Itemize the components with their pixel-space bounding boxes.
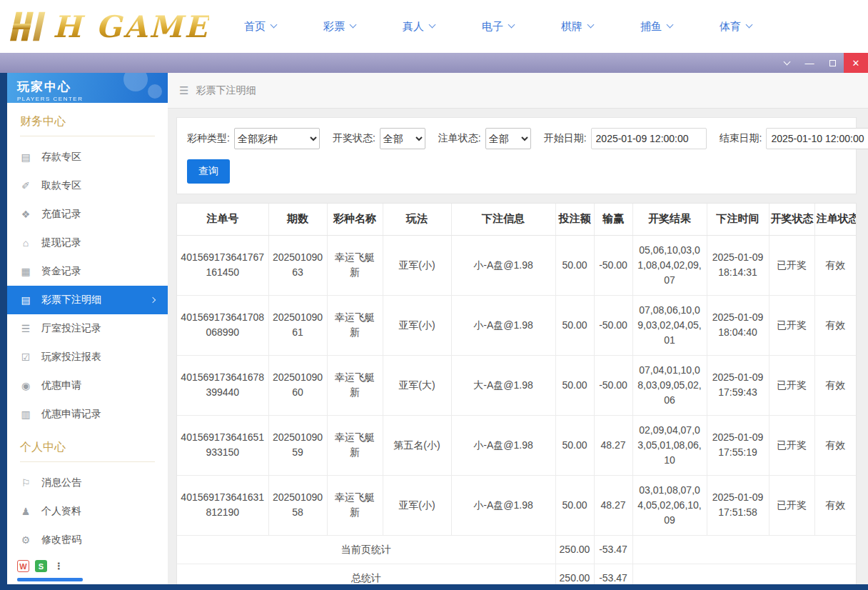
chevron-right-icon	[150, 297, 156, 303]
breadcrumb: ☰ 彩票下注明细	[168, 73, 868, 109]
column-header: 开奖结果	[632, 204, 707, 235]
start-date-input[interactable]	[591, 128, 707, 149]
sidebar-item-label: 修改密码	[41, 534, 81, 546]
window-dropdown-button[interactable]	[775, 53, 798, 73]
column-header: 输赢	[594, 204, 632, 235]
column-header: 玩法	[383, 204, 451, 235]
red-doc-app-icon[interactable]: W	[17, 560, 29, 572]
sidebar-header: 玩家中心 PLAYERS CENTER	[7, 73, 168, 103]
end-date-input[interactable]	[766, 128, 868, 149]
table-cell: 05,06,10,03,01,08,04,02,09,07	[632, 235, 707, 295]
bet-table: 注单号期数彩种名称玩法下注信息投注额输赢开奖结果下注时间开奖状态注单状态 401…	[177, 204, 856, 584]
sidebar-item-lottery-bet-detail[interactable]: ▤ 彩票下注明细	[7, 286, 168, 314]
window-titlebar: — ✕	[0, 53, 868, 73]
sidebar-item-label: 消息公告	[41, 476, 81, 489]
sidebar-item-label: 资金记录	[41, 265, 81, 278]
table-cell: 50.00	[555, 295, 594, 355]
table-cell: 亚军(小)	[383, 475, 451, 535]
table-cell: 2025-01-09 18:14:31	[707, 235, 769, 295]
more-dots-icon[interactable]: ⋮	[53, 560, 65, 572]
nav-item[interactable]: 体育	[720, 20, 752, 34]
sidebar-item-promo-apply[interactable]: ◉ 优惠申请	[7, 371, 168, 400]
top-nav: 首页 彩票 真人 电子 棋牌 捕鱼 体育	[244, 20, 752, 34]
search-button[interactable]: 查询	[187, 159, 230, 184]
nav-item[interactable]: 电子	[482, 20, 514, 34]
sidebar-item-promo-apply-record[interactable]: ▥ 优惠申请记录	[7, 400, 168, 429]
page-title: 彩票下注明细	[196, 84, 256, 97]
column-header: 投注额	[555, 204, 594, 235]
order-status-label: 注单状态:	[438, 132, 481, 145]
draw-status-select[interactable]: 全部	[380, 128, 425, 149]
table-row: 40156917364163181219020250109058幸运飞艇新亚军(…	[177, 475, 856, 535]
logo[interactable]: H GAME	[0, 9, 214, 44]
sidebar-section: 个人中心 ⚐ 消息公告 ♟ 个人资料 ⚙ 修改密码	[7, 429, 168, 554]
nav-item-label: 捕鱼	[640, 20, 662, 34]
close-icon: ✕	[852, 58, 860, 69]
taskbar-highlight-bar	[17, 578, 83, 581]
nav-item[interactable]: 首页	[244, 20, 276, 34]
table-cell: 2025-01-09 17:55:19	[707, 415, 769, 475]
sidebar-item-withdrawal-record[interactable]: ⌂ 提现记录	[7, 229, 168, 257]
table-cell: 07,04,01,10,08,03,09,05,02,06	[632, 355, 707, 415]
table-cell: -50.00	[594, 295, 632, 355]
table-cell: 已开奖	[769, 475, 814, 535]
sidebar-item-deposit-zone[interactable]: ▤ 存款专区	[7, 143, 168, 171]
column-header: 注单状态	[814, 204, 856, 235]
column-header: 下注时间	[707, 204, 769, 235]
table-cell: 2025-01-09 17:59:43	[707, 355, 769, 415]
taskbar-area: W S ⋮	[7, 554, 168, 584]
report-icon: ☑	[20, 351, 31, 363]
sidebar-item-recharge-record[interactable]: ❖ 充值记录	[7, 200, 168, 229]
sidebar-item-profile[interactable]: ♟ 个人资料	[7, 497, 168, 526]
chevron-down-icon	[429, 21, 436, 29]
table-cell: 48.27	[594, 415, 632, 475]
order-status-select[interactable]: 全部	[485, 128, 531, 149]
nav-item[interactable]: 捕鱼	[640, 20, 672, 34]
sidebar-section: 财务中心 ▤ 存款专区 ✐ 取款专区 ❖ 充值记录 ⌂ 提现记录 ▦ 资金记录 …	[7, 103, 168, 429]
table-cell: 已开奖	[769, 415, 814, 475]
withdraw-icon: ✐	[20, 180, 31, 191]
sidebar-item-change-password[interactable]: ⚙ 修改密码	[7, 526, 168, 554]
chevron-down-icon	[350, 21, 357, 29]
summary-empty	[632, 535, 856, 564]
withdrawal-record-icon: ⌂	[20, 237, 31, 249]
nav-item[interactable]: 真人	[403, 20, 435, 34]
sidebar-item-hall-bet-record[interactable]: ☰ 厅室投注记录	[7, 314, 168, 343]
table-cell: 401569173641767161450	[177, 235, 268, 295]
sidebar-item-label: 充值记录	[41, 208, 81, 221]
summary-winloss-total: -53.47	[594, 535, 632, 564]
column-header: 下注信息	[451, 204, 555, 235]
table-cell: 20250109059	[268, 415, 327, 475]
close-button[interactable]: ✕	[844, 53, 868, 73]
sidebar-item-funds-record[interactable]: ▦ 资金记录	[7, 257, 168, 286]
sidebar-item-withdraw-zone[interactable]: ✐ 取款专区	[7, 171, 168, 200]
column-header: 注单号	[177, 204, 268, 235]
nav-item-label: 棋牌	[561, 20, 582, 34]
nav-item[interactable]: 棋牌	[561, 20, 593, 34]
column-header: 彩种名称	[327, 204, 383, 235]
summary-winloss-total: -53.47	[594, 564, 632, 584]
minimize-button[interactable]: —	[798, 53, 821, 73]
logo-icon	[6, 9, 50, 44]
table-cell: 幸运飞艇新	[327, 415, 383, 475]
green-sheet-app-icon[interactable]: S	[35, 560, 47, 572]
lottery-type-select[interactable]: 全部彩种	[234, 128, 320, 149]
sidebar-item-message-board[interactable]: ⚐ 消息公告	[7, 469, 168, 497]
table-row: 40156917364170806899020250109061幸运飞艇新亚军(…	[177, 295, 856, 355]
table-cell: 有效	[814, 355, 856, 415]
table-cell: 有效	[814, 295, 856, 355]
hamburger-icon[interactable]: ☰	[179, 84, 188, 97]
maximize-button[interactable]	[821, 53, 844, 73]
table-cell: 401569173641651933150	[177, 415, 268, 475]
end-date-label: 结束日期:	[720, 132, 762, 145]
minimize-icon: —	[805, 58, 814, 69]
table-cell: 02,09,04,07,03,05,01,08,06,10	[632, 415, 707, 475]
chevron-down-icon	[667, 21, 674, 29]
table-cell: 第五名(小)	[383, 415, 451, 475]
table-row: 40156917364176716145020250109063幸运飞艇新亚军(…	[177, 235, 856, 295]
bet-detail-icon: ▤	[20, 294, 31, 306]
gear-icon: ⚙	[20, 534, 31, 546]
nav-item[interactable]: 彩票	[323, 20, 355, 34]
sidebar-item-player-bet-report[interactable]: ☑ 玩家投注报表	[7, 343, 168, 371]
nav-item-label: 首页	[244, 20, 266, 34]
